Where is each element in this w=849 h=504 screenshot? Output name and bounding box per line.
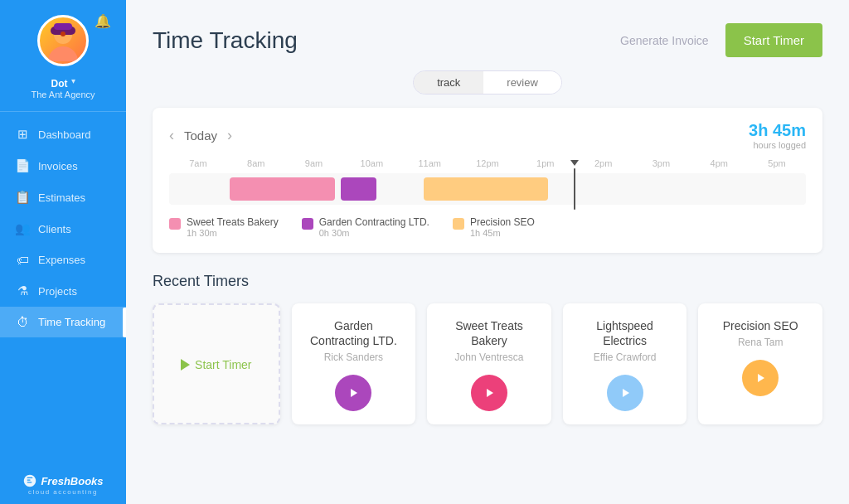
sidebar-item-label: Estimates — [38, 191, 85, 204]
tabs-container: track review — [413, 70, 562, 94]
expenses-icon: 🏷 — [15, 253, 30, 267]
estimates-icon: 📋 — [15, 190, 30, 205]
legend-name-sweet-treats: Sweet Treats Bakery — [187, 216, 279, 228]
sidebar-item-clients[interactable]: 👥 Clients — [0, 213, 126, 245]
sidebar-item-label: Dashboard — [38, 128, 91, 141]
play-button-sweet-treats[interactable] — [471, 375, 507, 411]
freshbooks-logo: FreshBooks cloud accounting — [22, 473, 103, 504]
generate-invoice-button[interactable]: Generate Invoice — [620, 34, 709, 47]
timeline-segment-garden-contracting[interactable] — [341, 177, 376, 201]
start-timer-card[interactable]: Start Timer — [153, 303, 280, 424]
timeline-legend: Sweet Treats Bakery 1h 30m Garden Contra… — [169, 216, 806, 238]
freshbooks-name: FreshBooks — [41, 475, 103, 487]
recent-timers-title: Recent Timers — [153, 273, 822, 290]
start-timer-text: Start Timer — [195, 358, 251, 371]
avatar — [37, 15, 89, 66]
legend-name-garden-contracting: Garden Contracting LTD. — [319, 216, 429, 228]
timer-card-lightspeed: Lightspeed Electrics Effie Crawford — [563, 303, 687, 424]
user-section: 🔔 Dot ▾ The Ant Agency — [0, 0, 126, 112]
top-actions: Generate Invoice Start Timer — [620, 23, 822, 57]
projects-icon: ⚗ — [15, 284, 30, 298]
nav-menu: ⊞ Dashboard 📄 Invoices 📋 Estimates 👥 Cli… — [0, 112, 126, 473]
time-label-12pm: 12pm — [458, 158, 517, 168]
freshbooks-tagline: cloud accounting — [28, 488, 98, 496]
timeline-ruler: 7am 8am 9am 10am 11am 12pm 1pm 2pm 3pm 4… — [169, 158, 806, 170]
invoices-icon: 📄 — [15, 158, 30, 173]
tab-review[interactable]: review — [483, 71, 561, 94]
legend-item-sweet-treats: Sweet Treats Bakery 1h 30m — [169, 216, 279, 238]
time-label-9am: 9am — [285, 158, 343, 168]
timer-card-garden-contracting: Garden Contracting LTD. Rick Sanders — [292, 303, 416, 424]
svg-rect-4 — [54, 23, 72, 30]
user-company: The Ant Agency — [31, 90, 95, 99]
active-nav-indicator — [123, 308, 126, 337]
hours-logged: 3h 45m hours logged — [749, 121, 806, 150]
tabs-row: track review — [153, 70, 822, 94]
play-icon — [181, 359, 190, 371]
time-label-2pm: 2pm — [575, 158, 633, 168]
next-day-button[interactable]: › — [227, 127, 232, 144]
sidebar-item-label: Clients — [38, 223, 71, 235]
sidebar-item-time-tracking[interactable]: ⏱ Time Tracking — [0, 307, 126, 337]
timeline-segment-precision-seo[interactable] — [424, 177, 548, 201]
timer-card-name-precision-seo: Precision SEO — [723, 318, 798, 333]
sidebar-item-label: Invoices — [38, 160, 78, 172]
legend-hours-garden-contracting: 0h 30m — [319, 228, 429, 238]
timer-card-sweet-treats: Sweet Treats Bakery John Ventresca — [427, 303, 551, 424]
time-label-5pm: 5pm — [748, 158, 806, 168]
start-timer-label: Start Timer — [181, 358, 251, 371]
user-name: Dot — [51, 78, 68, 90]
svg-marker-6 — [351, 389, 357, 397]
timer-card-name-lightspeed: Lightspeed Electrics — [575, 318, 676, 348]
svg-marker-9 — [758, 374, 764, 382]
sidebar-item-expenses[interactable]: 🏷 Expenses — [0, 245, 126, 275]
legend-item-precision-seo: Precision SEO 1h 45m — [453, 216, 535, 238]
sidebar: 🔔 Dot ▾ The Ant Agency ⊞ Dashboard 📄 Inv… — [0, 0, 126, 504]
play-button-lightspeed[interactable] — [607, 375, 643, 411]
legend-hours-precision-seo: 1h 45m — [470, 228, 535, 238]
today-label: Today — [184, 128, 217, 143]
clients-icon: 👥 — [15, 221, 30, 236]
sidebar-item-label: Time Tracking — [38, 316, 105, 328]
svg-marker-7 — [487, 389, 493, 397]
timer-cards: Start Timer Garden Contracting LTD. Rick… — [153, 303, 822, 424]
timer-card-person-sweet-treats: John Ventresca — [455, 351, 524, 363]
timeline-header: ‹ Today › 3h 45m hours logged — [169, 121, 806, 150]
sidebar-item-invoices[interactable]: 📄 Invoices — [0, 150, 126, 182]
time-label-3pm: 3pm — [633, 158, 691, 168]
play-button-garden[interactable] — [335, 375, 371, 411]
sidebar-item-dashboard[interactable]: ⊞ Dashboard — [0, 119, 126, 150]
prev-day-button[interactable]: ‹ — [169, 127, 174, 144]
legend-dot-precision-seo — [453, 218, 464, 230]
bell-icon[interactable]: 🔔 — [95, 13, 111, 29]
svg-point-1 — [48, 46, 78, 61]
top-bar: Time Tracking Generate Invoice Start Tim… — [153, 23, 822, 57]
play-button-precision-seo[interactable] — [742, 360, 779, 396]
timer-card-person-garden: Rick Sanders — [324, 351, 383, 363]
timeline-card: ‹ Today › 3h 45m hours logged 7am 8am 9a… — [153, 108, 822, 253]
main-content: Time Tracking Generate Invoice Start Tim… — [126, 0, 849, 504]
hours-label: hours logged — [749, 140, 806, 150]
dropdown-arrow[interactable]: ▾ — [71, 76, 75, 85]
timeline-segment-sweet-treats[interactable] — [230, 177, 335, 201]
time-label-10am: 10am — [342, 158, 400, 168]
time-label-1pm: 1pm — [517, 158, 575, 168]
timer-card-person-precision-seo: Rena Tam — [738, 337, 783, 348]
timer-card-precision-seo: Precision SEO Rena Tam — [698, 303, 822, 424]
sidebar-item-label: Expenses — [38, 254, 85, 266]
tab-track[interactable]: track — [414, 71, 483, 94]
legend-dot-sweet-treats — [169, 218, 181, 230]
legend-hours-sweet-treats: 1h 30m — [187, 228, 279, 238]
dashboard-icon: ⊞ — [15, 127, 30, 142]
nav-today: ‹ Today › — [169, 127, 232, 144]
current-time-line — [574, 168, 575, 210]
sidebar-item-projects[interactable]: ⚗ Projects — [0, 275, 126, 307]
page-title: Time Tracking — [153, 27, 298, 54]
hours-value: 3h 45m — [749, 121, 806, 140]
sidebar-item-estimates[interactable]: 📋 Estimates — [0, 182, 126, 213]
start-timer-button[interactable]: Start Timer — [725, 23, 822, 57]
svg-point-5 — [61, 32, 65, 36]
time-label-7am: 7am — [169, 158, 227, 168]
timer-card-name-garden: Garden Contracting LTD. — [303, 318, 405, 348]
timeline-bar-area — [169, 173, 806, 205]
